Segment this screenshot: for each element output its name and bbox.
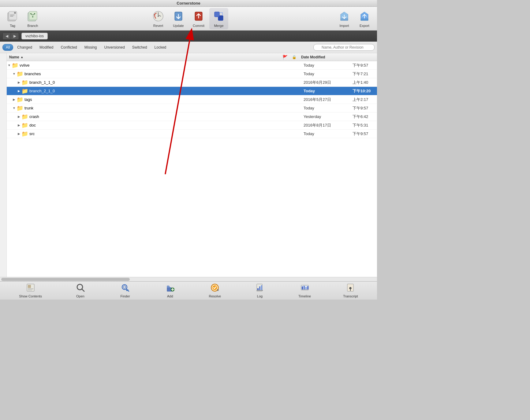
add-icon bbox=[166, 283, 174, 294]
name-column-header: Name bbox=[9, 55, 19, 59]
tree-row[interactable]: ▶ 📁 tags 2016年5月27日 上午2:17 bbox=[7, 95, 377, 104]
export-button[interactable]: Export bbox=[355, 8, 374, 29]
svg-rect-40 bbox=[304, 286, 305, 289]
update-label: Update bbox=[173, 24, 184, 28]
date-column-header: Date Modified bbox=[299, 55, 348, 59]
forward-button[interactable]: ▶ bbox=[11, 33, 19, 39]
transcript-label: Transcript bbox=[343, 294, 358, 298]
nav-arrows: ◀ ▶ bbox=[2, 32, 19, 40]
svg-point-9 bbox=[158, 16, 159, 17]
tree-row[interactable]: ▶ 📁 branch_1_1_0 2016年6月29日 上午1:40 bbox=[7, 78, 377, 87]
timeline-icon bbox=[300, 283, 309, 294]
lock-column-header: 🔒 bbox=[292, 55, 297, 59]
tag-button[interactable]: Tag bbox=[3, 8, 22, 29]
bottom-bar: Show Contents Open Finder bbox=[0, 281, 377, 300]
expand-icon[interactable]: ▶ bbox=[17, 132, 21, 135]
app-title: Cornerstone bbox=[177, 1, 200, 6]
horizontal-scrollbar[interactable] bbox=[0, 277, 377, 281]
filter-conflicted[interactable]: Conflicted bbox=[57, 44, 80, 51]
branch-button[interactable]: Branch bbox=[23, 8, 42, 29]
column-headers: Name ▲ 🚩 🔒 Date Modified bbox=[7, 53, 377, 61]
show-contents-button[interactable]: Show Contents bbox=[15, 282, 46, 299]
show-contents-icon bbox=[26, 283, 35, 294]
merge-button[interactable]: Merge bbox=[209, 8, 228, 29]
tree-area[interactable]: ▼ 📁 vvlive Today 下午9:57 ▼ 📁 branches bbox=[7, 61, 377, 277]
export-label: Export bbox=[360, 24, 369, 28]
add-button[interactable]: Add bbox=[159, 282, 181, 299]
scroll-thumb[interactable] bbox=[1, 278, 130, 281]
row-label: doc bbox=[29, 123, 36, 127]
expand-icon[interactable]: ▼ bbox=[12, 106, 17, 110]
svg-line-24 bbox=[82, 289, 84, 291]
resolve-button[interactable]: Resolve bbox=[204, 282, 226, 299]
resolve-icon bbox=[211, 283, 219, 294]
folder-icon: 📁 bbox=[21, 131, 28, 137]
tree-row[interactable]: ▶ 📁 doc 2016年8月17日 下午5:31 bbox=[7, 121, 377, 130]
commit-label: Commit bbox=[193, 24, 204, 28]
expand-icon[interactable]: ▼ bbox=[12, 72, 17, 76]
tag-label: Tag bbox=[10, 24, 15, 28]
folder-icon: 📁 bbox=[17, 71, 23, 77]
branch-icon bbox=[26, 10, 39, 23]
folder-icon: 📁 bbox=[21, 79, 28, 86]
tree-row[interactable]: ▼ 📁 vvlive Today 下午9:57 bbox=[7, 61, 377, 70]
tree-row[interactable]: ▶ 📁 src Today 下午9:57 bbox=[7, 130, 377, 138]
filter-unversioned[interactable]: Unversioned bbox=[101, 44, 128, 51]
expand-icon[interactable]: ▼ bbox=[7, 64, 12, 67]
folder-icon: 📁 bbox=[21, 113, 28, 120]
filter-locked[interactable]: Locked bbox=[151, 44, 170, 51]
open-icon bbox=[76, 283, 85, 294]
log-icon bbox=[256, 283, 264, 294]
branch-label: Branch bbox=[28, 24, 38, 28]
expand-icon[interactable]: ▶ bbox=[17, 123, 21, 127]
svg-rect-35 bbox=[261, 285, 262, 291]
title-bar: Cornerstone bbox=[0, 0, 377, 7]
svg-rect-36 bbox=[257, 290, 263, 291]
filter-changed[interactable]: Changed bbox=[14, 44, 35, 51]
timeline-button[interactable]: Timeline bbox=[294, 282, 315, 299]
nav-bar: ◀ ▶ vvzhibo-ios bbox=[0, 31, 377, 42]
search-input[interactable] bbox=[313, 44, 375, 51]
expand-icon[interactable]: ▶ bbox=[17, 81, 21, 84]
svg-rect-27 bbox=[126, 289, 129, 291]
finder-icon bbox=[121, 283, 129, 294]
timeline-label: Timeline bbox=[298, 294, 311, 298]
transcript-button[interactable]: Transcript bbox=[339, 282, 362, 299]
update-button[interactable]: Update bbox=[169, 8, 188, 29]
revert-icon bbox=[152, 10, 165, 23]
tree-row[interactable]: ▶ 📁 crash Yesterday 下午6:42 bbox=[7, 112, 377, 121]
svg-rect-34 bbox=[259, 286, 260, 291]
import-button[interactable]: Import bbox=[335, 8, 354, 29]
row-label: trunk bbox=[24, 106, 33, 110]
svg-point-2 bbox=[14, 12, 16, 14]
svg-rect-42 bbox=[307, 286, 308, 289]
log-label: Log bbox=[257, 294, 263, 298]
current-tab[interactable]: vvzhibo-ios bbox=[21, 33, 48, 39]
svg-rect-39 bbox=[302, 286, 303, 289]
row-label: branch_2_1_0 bbox=[29, 89, 55, 93]
search-wrapper: 🔍 bbox=[313, 44, 375, 51]
log-button[interactable]: Log bbox=[249, 282, 271, 299]
filter-all[interactable]: All bbox=[2, 44, 13, 51]
empty-space bbox=[7, 138, 377, 260]
tree-row[interactable]: ▶ 📁 branch_2_1_0 Today 下午10:20 bbox=[7, 87, 377, 95]
commit-icon bbox=[192, 10, 205, 23]
svg-point-5 bbox=[30, 13, 32, 14]
import-icon bbox=[338, 10, 351, 23]
add-label: Add bbox=[167, 294, 173, 298]
finder-button[interactable]: Finder bbox=[114, 282, 136, 299]
tree-row[interactable]: ▼ 📁 trunk Today 下午9:57 bbox=[7, 104, 377, 112]
expand-icon[interactable]: ▶ bbox=[12, 98, 17, 101]
commit-button[interactable]: Commit bbox=[189, 8, 208, 29]
expand-icon[interactable]: ▶ bbox=[17, 115, 21, 118]
filter-modified[interactable]: Modified bbox=[36, 44, 57, 51]
revert-button[interactable]: Revert bbox=[149, 8, 168, 29]
tree-row[interactable]: ▼ 📁 branches Today 下午7:21 bbox=[7, 70, 377, 78]
expand-icon[interactable]: ▶ bbox=[17, 89, 21, 93]
filter-missing[interactable]: Missing bbox=[81, 44, 100, 51]
svg-rect-4 bbox=[29, 11, 37, 20]
row-label: tags bbox=[24, 97, 32, 102]
back-button[interactable]: ◀ bbox=[3, 33, 11, 39]
filter-switched[interactable]: Switched bbox=[129, 44, 151, 51]
open-button[interactable]: Open bbox=[70, 282, 91, 299]
